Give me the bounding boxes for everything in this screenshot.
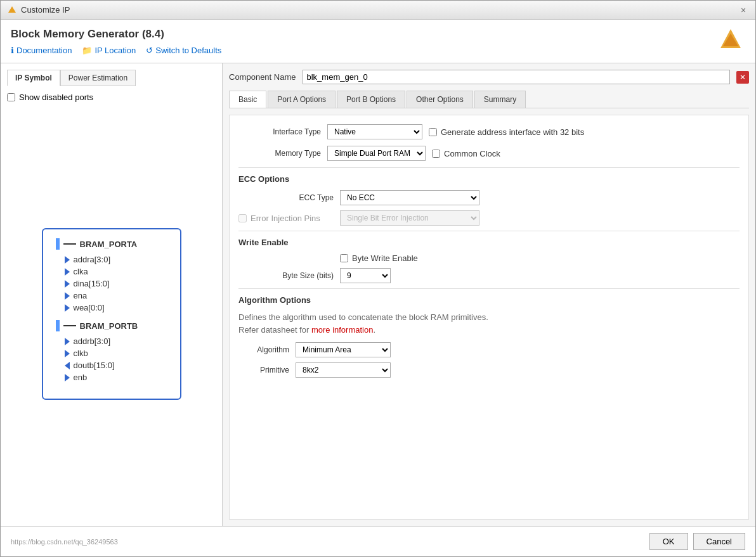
ecc-type-label: ECC Type bbox=[238, 193, 334, 202]
config-tabs: Basic Port A Options Port B Options Othe… bbox=[229, 91, 749, 108]
byte-write-enable-row: Byte Write Enable bbox=[238, 253, 740, 263]
footer: https://blog.csdn.net/qq_36249563 OK Can… bbox=[1, 526, 755, 556]
port-b-line bbox=[63, 325, 76, 326]
right-panel: Component Name ✕ Basic Port A Options Po… bbox=[223, 63, 755, 526]
port-a-line bbox=[63, 243, 76, 245]
switch-to-defaults-link[interactable]: ↺ Switch to Defaults bbox=[146, 46, 221, 55]
primitive-row: Primitive 8kx2 16kx1 bbox=[238, 362, 740, 378]
signal-dina-label: dina[15:0] bbox=[74, 279, 110, 288]
algorithm-section-title: Algorithm Options bbox=[238, 288, 740, 305]
algo-desc-text2: Refer datasheet for more information. bbox=[238, 325, 375, 335]
signal-clka-label: clka bbox=[74, 267, 88, 276]
signal-wea: wea[0:0] bbox=[65, 302, 167, 314]
signal-wea-label: wea[0:0] bbox=[74, 303, 105, 312]
primitive-label: Primitive bbox=[238, 366, 289, 375]
ecc-type-select[interactable]: No ECC Hamming SEC/DED bbox=[340, 190, 479, 205]
algo-desc-text1: Defines the algorithm used to concatenat… bbox=[238, 312, 488, 322]
algorithm-row: Algorithm Minimum Area Low Power Fixed P… bbox=[238, 342, 740, 357]
arrow-enb bbox=[65, 374, 70, 381]
title-bar: Customize IP × bbox=[1, 1, 755, 20]
signal-doutb: doutb[15:0] bbox=[65, 359, 167, 371]
memory-type-select[interactable]: Single Port RAM Simple Dual Port RAM Tru… bbox=[327, 146, 426, 161]
error-injection-select[interactable]: Single Bit Error Injection Double Bit Er… bbox=[340, 210, 479, 226]
byte-size-select[interactable]: 8 9 bbox=[340, 268, 391, 283]
byte-write-enable-checkbox[interactable] bbox=[340, 254, 348, 262]
clear-component-name-button[interactable]: ✕ bbox=[736, 71, 749, 84]
tab-power-estimation[interactable]: Power Estimation bbox=[60, 70, 136, 86]
more-information-link[interactable]: more information bbox=[311, 325, 374, 335]
error-injection-label: Error Injection Pins bbox=[238, 214, 334, 223]
memory-type-row: Memory Type Single Port RAM Simple Dual … bbox=[238, 146, 740, 161]
algorithm-select[interactable]: Minimum Area Low Power Fixed Primitive bbox=[296, 342, 391, 357]
documentation-label: Documentation bbox=[16, 46, 72, 55]
window-title: Customize IP bbox=[21, 5, 70, 15]
arrow-clka bbox=[65, 268, 70, 276]
tab-other-options[interactable]: Other Options bbox=[407, 91, 473, 108]
port-a-bar bbox=[56, 238, 60, 250]
generate-address-checkbox[interactable] bbox=[429, 128, 437, 136]
generate-address-group: Generate address interface with 32 bits bbox=[429, 127, 584, 137]
title-bar-left: Customize IP bbox=[7, 5, 70, 15]
arrow-doutb bbox=[65, 362, 70, 369]
component-name-label: Component Name bbox=[229, 72, 296, 82]
signal-addra: addra[3:0] bbox=[65, 253, 167, 266]
arrow-addrb bbox=[65, 338, 70, 345]
component-name-input[interactable] bbox=[303, 70, 731, 84]
primitive-select[interactable]: 8kx2 16kx1 bbox=[296, 362, 391, 378]
port-b-group: BRAM_PORTB addrb[3:0] clkb doutb[15 bbox=[56, 320, 167, 383]
app-title: Block Memory Generator (8.4) bbox=[11, 28, 221, 41]
switch-to-defaults-label: Switch to Defaults bbox=[155, 46, 221, 55]
interface-type-row: Interface Type Native AXI4 Generate addr… bbox=[238, 124, 740, 139]
arrow-dina bbox=[65, 280, 70, 288]
tab-ip-symbol[interactable]: IP Symbol bbox=[7, 70, 60, 86]
signal-clkb: clkb bbox=[65, 347, 167, 359]
port-b-bar bbox=[56, 320, 60, 331]
signal-enb: enb bbox=[65, 371, 167, 383]
refresh-icon: ↺ bbox=[146, 46, 153, 55]
generate-address-label: Generate address interface with 32 bits bbox=[441, 127, 584, 137]
app-icon bbox=[7, 5, 17, 15]
show-disabled-ports-label: Show disabled ports bbox=[19, 93, 93, 102]
common-clock-group: Common Clock bbox=[432, 149, 500, 158]
arrow-ena bbox=[65, 292, 70, 300]
info-icon: ℹ bbox=[11, 46, 14, 55]
documentation-link[interactable]: ℹ Documentation bbox=[11, 46, 72, 55]
interface-type-select[interactable]: Native AXI4 bbox=[327, 124, 422, 139]
tab-port-b-options[interactable]: Port B Options bbox=[337, 91, 405, 108]
error-injection-checkbox[interactable] bbox=[238, 214, 247, 222]
byte-size-row: Byte Size (bits) 8 9 bbox=[238, 268, 740, 283]
ecc-section-title: ECC Options bbox=[238, 167, 740, 184]
common-clock-checkbox[interactable] bbox=[432, 150, 440, 158]
signal-ena-label: ena bbox=[74, 291, 88, 300]
component-name-row: Component Name ✕ bbox=[229, 70, 749, 84]
close-button[interactable]: × bbox=[738, 4, 749, 16]
arrow-clkb bbox=[65, 350, 70, 357]
tab-summary[interactable]: Summary bbox=[474, 91, 526, 108]
byte-size-label: Byte Size (bits) bbox=[238, 271, 334, 280]
memory-type-label: Memory Type bbox=[238, 149, 321, 158]
footer-url: https://blog.csdn.net/qq_36249563 bbox=[11, 538, 644, 546]
port-a-header: BRAM_PORTA bbox=[56, 238, 167, 250]
ip-location-link[interactable]: 📁 IP Location bbox=[82, 46, 136, 55]
symbol-area: BRAM_PORTA addra[3:0] clka dina[15: bbox=[7, 108, 216, 520]
algorithm-label: Algorithm bbox=[238, 345, 289, 354]
show-disabled-ports-checkbox[interactable] bbox=[7, 93, 15, 101]
interface-type-label: Interface Type bbox=[238, 127, 321, 136]
port-a-group: BRAM_PORTA addra[3:0] clka dina[15: bbox=[56, 238, 167, 314]
byte-write-enable-group: Byte Write Enable bbox=[340, 253, 418, 263]
toolbar: ℹ Documentation 📁 IP Location ↺ Switch t… bbox=[11, 46, 221, 55]
cancel-button[interactable]: Cancel bbox=[693, 533, 745, 550]
signal-enb-label: enb bbox=[74, 373, 88, 382]
bram-symbol: BRAM_PORTA addra[3:0] clka dina[15: bbox=[42, 228, 181, 400]
signal-dina: dina[15:0] bbox=[65, 278, 167, 290]
ok-button[interactable]: OK bbox=[649, 533, 688, 550]
tab-port-a-options[interactable]: Port A Options bbox=[268, 91, 336, 108]
left-panel: IP Symbol Power Estimation Show disabled… bbox=[1, 63, 223, 526]
port-b-name: BRAM_PORTB bbox=[80, 321, 138, 331]
tab-basic[interactable]: Basic bbox=[229, 91, 266, 108]
common-clock-label: Common Clock bbox=[444, 149, 500, 158]
folder-icon: 📁 bbox=[82, 46, 92, 55]
svg-marker-0 bbox=[8, 6, 16, 13]
main-content: IP Symbol Power Estimation Show disabled… bbox=[1, 63, 755, 526]
header: Block Memory Generator (8.4) ℹ Documenta… bbox=[1, 20, 755, 63]
